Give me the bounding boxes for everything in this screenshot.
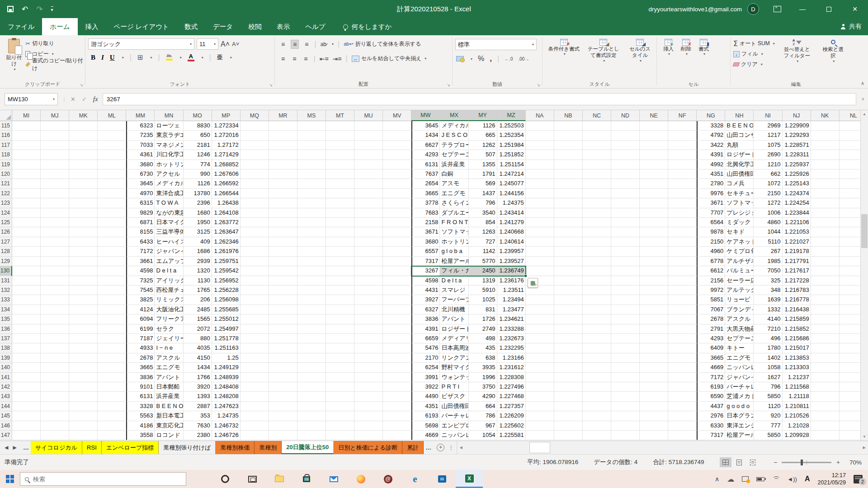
cell-NH116[interactable]: 山田コンサ [725, 131, 754, 140]
sheet-tab-累計[interactable]: 累計 [402, 441, 424, 454]
cell-ML116[interactable] [98, 131, 126, 140]
cell-MP132[interactable]: 1.256228 [212, 286, 241, 295]
cell-MT120[interactable] [326, 169, 354, 179]
cell-MO137[interactable]: 880 [184, 334, 212, 343]
cell-MT143[interactable] [326, 392, 354, 401]
cell-MU133[interactable] [354, 295, 383, 305]
cell-MO126[interactable]: 3125 [184, 227, 212, 237]
cell-MJ143[interactable] [41, 392, 69, 401]
cell-MY119[interactable]: 1355 [469, 160, 497, 169]
cell-ML141[interactable] [98, 373, 126, 382]
cell-MT133[interactable] [326, 295, 354, 305]
tab-page-layout[interactable]: ページ レイアウト [106, 18, 177, 35]
cell-NI123[interactable]: 1272 [754, 198, 782, 208]
cell-MI123[interactable] [12, 198, 41, 208]
cell-ML126[interactable] [98, 227, 126, 237]
cell-ML115[interactable] [98, 121, 126, 131]
row-header-133[interactable]: 133 [0, 295, 12, 305]
cell-NH117[interactable]: 丸順 [725, 141, 754, 150]
cell-MV142[interactable] [383, 382, 411, 392]
cell-NE117[interactable] [640, 141, 668, 150]
tell-me-box[interactable]: 何をしますか [343, 18, 392, 35]
cell-MO116[interactable]: 650 [184, 131, 212, 140]
cell-NK146[interactable] [811, 421, 840, 431]
cell-NB132[interactable] [554, 286, 583, 295]
cell-MR141[interactable] [269, 373, 297, 382]
sheet-overflow-left[interactable]: … [21, 441, 31, 454]
cell-MP121[interactable]: 1.266592 [212, 179, 241, 188]
cell-MN147[interactable]: ロコンド [155, 431, 183, 440]
cell-NC115[interactable] [583, 121, 611, 131]
tab-insert[interactable]: 挿入 [78, 18, 106, 35]
cell-MS126[interactable] [297, 227, 326, 237]
cell-NI135[interactable]: 4140 [754, 314, 782, 324]
cell-NH134[interactable]: ブランディ [725, 305, 754, 314]
cell-NE129[interactable] [640, 257, 668, 266]
cell-MO123[interactable]: 2396 [184, 198, 212, 208]
cell-NC116[interactable] [583, 131, 611, 140]
cell-NK140[interactable] [811, 363, 840, 372]
cell-MW125[interactable]: 2158 [411, 218, 440, 227]
cell-MY115[interactable]: 1126 [469, 121, 497, 131]
cell-MV143[interactable] [383, 392, 411, 401]
cell-ND118[interactable] [611, 150, 640, 160]
cell-MS145[interactable] [297, 411, 326, 421]
cell-MO124[interactable]: 1680 [184, 208, 212, 218]
cell-NK126[interactable] [811, 227, 840, 237]
cell-MN131[interactable]: アイリック [155, 276, 183, 286]
cell-MW139[interactable]: 2170 [411, 353, 440, 363]
cell-MS136[interactable] [297, 324, 326, 334]
cell-ML125[interactable] [98, 218, 126, 227]
row-header-135[interactable]: 135 [0, 314, 12, 324]
shrink-font-button[interactable]: A˅ [232, 41, 239, 47]
cell-MS120[interactable] [297, 169, 326, 179]
cell-NK144[interactable] [811, 402, 840, 411]
cell-MW143[interactable]: 4490 [411, 392, 440, 401]
cell-NI132[interactable]: 348 [754, 286, 782, 295]
phonetic-button[interactable]: 亜 [217, 53, 223, 61]
cell-MZ126[interactable]: 1.240668 [497, 227, 526, 237]
cell-MZ146[interactable]: 1.225602 [497, 421, 526, 431]
start-button[interactable] [0, 470, 20, 488]
cell-NF136[interactable] [668, 324, 697, 334]
sort-filter-button[interactable]: AZ 並べ替えとフィルター▾ [779, 38, 815, 80]
row-header-131[interactable]: 131 [0, 276, 12, 286]
cell-NE134[interactable] [640, 305, 668, 314]
cell-NA130[interactable] [526, 266, 554, 276]
cell-MZ122[interactable]: 1.244156 [497, 189, 526, 198]
cell-MJ115[interactable] [41, 121, 69, 131]
cell-MN121[interactable]: メディカル [155, 179, 183, 188]
vertical-scroll-thumb[interactable] [861, 214, 868, 248]
cell-MP147[interactable]: 1.246726 [212, 431, 241, 440]
cell-MX137[interactable]: メディアリ [440, 334, 468, 343]
cell-NK125[interactable] [811, 218, 840, 227]
cell-MR135[interactable] [269, 314, 297, 324]
cell-MY126[interactable]: 1263 [469, 227, 497, 237]
cell-NI147[interactable]: 5850 [754, 431, 782, 440]
cell-MQ130[interactable] [241, 266, 269, 276]
cell-NA129[interactable] [526, 257, 554, 266]
cell-NH125[interactable]: ミダック [725, 218, 754, 227]
cell-NF115[interactable] [668, 121, 697, 131]
horizontal-scroll-thumb[interactable] [529, 442, 550, 453]
cell-MV130[interactable] [383, 266, 411, 276]
find-select-button[interactable]: 検索と選択▾ [819, 38, 847, 80]
cell-NB117[interactable] [554, 141, 583, 150]
cell-NA139[interactable] [526, 353, 554, 363]
cell-NK137[interactable] [811, 334, 840, 343]
cell-NF139[interactable] [668, 353, 697, 363]
dialog-launcher-icon[interactable]: ↘ [537, 83, 540, 87]
cell-MX129[interactable]: 松屋アール [440, 257, 468, 266]
cell-MJ134[interactable] [41, 305, 69, 314]
cell-MO132[interactable]: 1765 [184, 286, 212, 295]
cell-ML143[interactable] [98, 392, 126, 401]
cell-MO117[interactable]: 2181 [184, 141, 212, 150]
cell-NE140[interactable] [640, 363, 668, 372]
cell-NA122[interactable] [526, 189, 554, 198]
cell-NG144[interactable]: 4437 [697, 402, 725, 411]
cell-MZ125[interactable]: 1.241279 [497, 218, 526, 227]
cell-MM141[interactable]: 3836 [126, 373, 155, 382]
new-sheet-button[interactable]: + [437, 444, 444, 451]
cell-NG128[interactable]: 4960 [697, 247, 725, 256]
cell-MP129[interactable]: 1.259751 [212, 257, 241, 266]
